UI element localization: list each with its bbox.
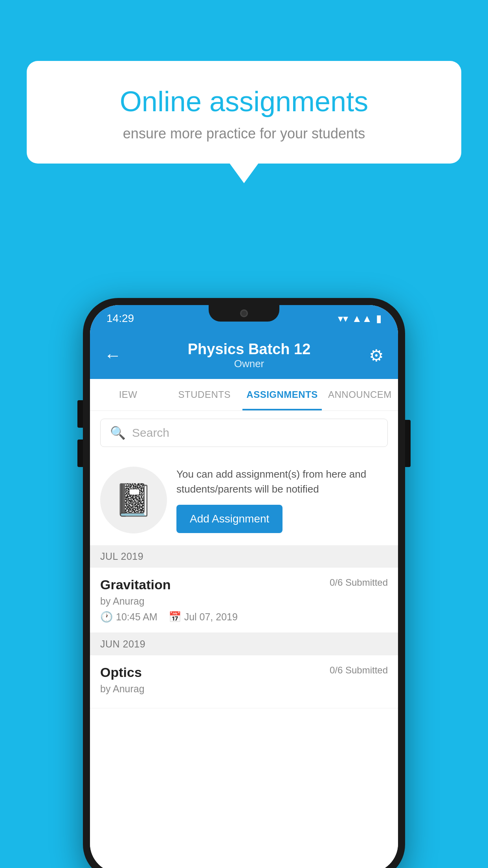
content-area: 🔍 Search 📓 You can add assignment(s) fro… [90,411,398,868]
promo-right: You can add assignment(s) from here and … [176,467,388,533]
assignment-icon-circle: 📓 [100,467,167,533]
wifi-icon: ▾▾ [338,313,348,325]
search-bar[interactable]: 🔍 Search [100,419,388,447]
assignment-submitted-optics: 0/6 Submitted [330,665,388,676]
app-bar-title: Physics Batch 12 [129,341,369,358]
assignment-title-gravitation: Gravitation [100,577,171,592]
promo-section: 📓 You can add assignment(s) from here an… [90,455,398,545]
assignment-date-value: Jul 07, 2019 [184,611,238,623]
back-button[interactable]: ← [104,347,121,364]
power-button [405,420,411,467]
app-bar: ← Physics Batch 12 Owner ⚙ [90,332,398,379]
speech-bubble-subtitle: ensure more practice for your students [54,125,434,142]
battery-icon: ▮ [376,313,382,325]
speech-bubble: Online assignments ensure more practice … [27,61,461,164]
assignment-header-row: Gravitation 0/6 Submitted [100,577,388,592]
calendar-icon: 📅 [169,611,181,623]
app-bar-center: Physics Batch 12 Owner [129,341,369,370]
phone-notch [209,305,279,322]
tab-iew[interactable]: IEW [90,379,166,410]
section-month-label: JUL 2019 [100,551,143,562]
speech-bubble-title: Online assignments [54,85,434,118]
notebook-icon: 📓 [114,482,153,519]
assignment-submitted-gravitation: 0/6 Submitted [330,577,388,588]
volume-down-button [77,440,83,467]
tab-students[interactable]: STUDENTS [166,379,242,410]
phone-frame: 14:29 ▾▾ ▲▲ ▮ ← Physics Batch 12 Owner ⚙… [83,298,405,868]
search-placeholder: Search [132,426,169,440]
assignment-optics[interactable]: Optics 0/6 Submitted by Anurag [90,655,398,708]
settings-button[interactable]: ⚙ [369,346,384,365]
add-assignment-button[interactable]: Add Assignment [176,505,283,533]
status-time: 14:29 [106,312,134,325]
status-icons: ▾▾ ▲▲ ▮ [338,313,382,325]
tab-assignments[interactable]: ASSIGNMENTS [242,379,322,410]
section-month-label-jun: JUN 2019 [100,638,145,649]
speech-bubble-tail [228,162,260,183]
assignment-header-row-optics: Optics 0/6 Submitted [100,665,388,680]
assignment-time-value: 10:45 AM [116,611,158,623]
phone-screen: 14:29 ▾▾ ▲▲ ▮ ← Physics Batch 12 Owner ⚙… [90,305,398,868]
tab-bar: IEW STUDENTS ASSIGNMENTS ANNOUNCEM [90,379,398,411]
search-icon: 🔍 [110,425,126,440]
assignment-date: 📅 Jul 07, 2019 [169,611,238,623]
assignment-gravitation[interactable]: Gravitation 0/6 Submitted by Anurag 🕐 10… [90,568,398,633]
assignment-title-optics: Optics [100,665,142,680]
assignment-time: 🕐 10:45 AM [100,611,158,623]
volume-up-button [77,400,83,428]
section-header-jul2019: JUL 2019 [90,545,398,568]
clock-icon: 🕐 [100,611,113,623]
assignment-author-gravitation: by Anurag [100,596,388,607]
promo-description: You can add assignment(s) from here and … [176,467,388,497]
camera [240,309,248,317]
assignment-author-optics: by Anurag [100,683,388,695]
assignment-meta-gravitation: 🕐 10:45 AM 📅 Jul 07, 2019 [100,611,388,623]
tab-announcements[interactable]: ANNOUNCEM [322,379,398,410]
section-header-jun2019: JUN 2019 [90,633,398,655]
signal-icon: ▲▲ [352,313,372,325]
speech-bubble-section: Online assignments ensure more practice … [27,61,461,164]
app-bar-subtitle: Owner [129,358,369,370]
search-container: 🔍 Search [90,411,398,455]
